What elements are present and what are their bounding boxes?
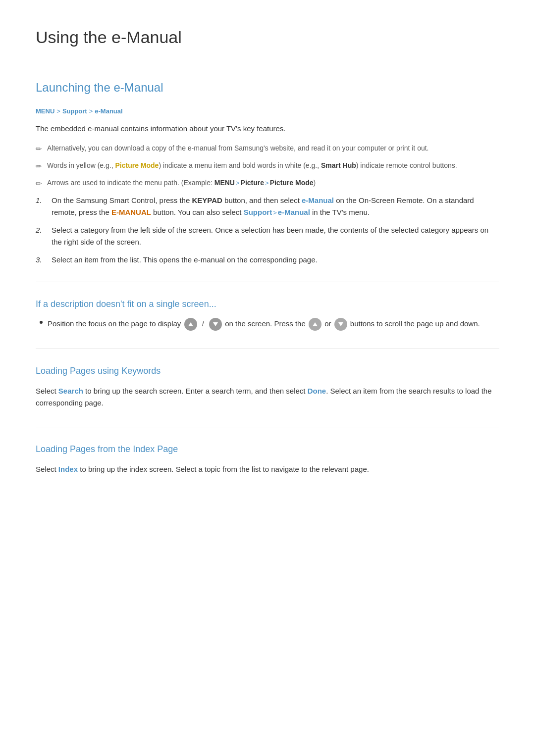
step-2-num: 2.	[36, 224, 46, 236]
step-3: 3. Select an item from the list. This op…	[36, 254, 499, 266]
step-2: 2. Select a category from the left side …	[36, 224, 499, 248]
section-title-launching: Launching the e-Manual	[36, 78, 499, 97]
page-title: Using the e-Manual	[36, 24, 499, 54]
step1-emanual: e-Manual	[302, 196, 334, 204]
breadcrumb-emanual: e-Manual	[95, 106, 122, 117]
keywords-text: Select Search to bring up the search scr…	[36, 385, 499, 409]
step-1-num: 1.	[36, 195, 46, 206]
step-3-text: Select an item from the list. This opens…	[52, 254, 499, 266]
note-list: Alternatively, you can download a copy o…	[36, 143, 499, 190]
intro-text: The embedded e-manual contains informati…	[36, 123, 499, 135]
svg-marker-1	[213, 322, 218, 326]
section-title-keywords: Loading Pages using Keywords	[36, 364, 499, 378]
index-link: Index	[58, 465, 78, 473]
keywords-mid: to bring up the search screen. Enter a s…	[83, 387, 308, 395]
breadcrumb-sep-1: >	[56, 106, 60, 117]
section-title-scroll: If a description doesn't fit on a single…	[36, 297, 499, 311]
index-after: to bring up the index screen. Select a t…	[78, 465, 369, 473]
step-1-text: On the Samsung Smart Control, press the …	[52, 195, 499, 218]
step1-emanual2: e-Manual	[278, 208, 310, 216]
divider-1	[36, 282, 499, 282]
page-arrow-up-icon	[184, 318, 197, 331]
note2-after: ) indicate remote control buttons.	[356, 161, 457, 169]
note-text-1: Alternatively, you can download a copy o…	[47, 143, 499, 153]
section-index: Loading Pages from the Index Page Select…	[36, 442, 499, 475]
section-scroll: If a description doesn't fit on a single…	[36, 297, 499, 331]
note2-highlight1: Picture Mode	[115, 161, 159, 169]
svg-marker-0	[188, 322, 193, 326]
breadcrumb-support: Support	[62, 106, 87, 117]
note3-picturemode: Picture Mode	[270, 179, 314, 187]
btn-up-icon	[309, 318, 321, 331]
note-item-3: Arrows are used to indicate the menu pat…	[36, 177, 499, 190]
step1-chevron: >	[273, 208, 277, 218]
step-3-num: 3.	[36, 254, 46, 266]
numbered-steps: 1. On the Samsung Smart Control, press t…	[36, 195, 499, 266]
note3-after: )	[314, 179, 316, 187]
note3-menu: MENU	[214, 179, 235, 187]
note2-highlight2: Smart Hub	[321, 161, 356, 169]
section-keywords: Loading Pages using Keywords Select Sear…	[36, 364, 499, 409]
step1-emanual-btn: E-MANUAL	[111, 208, 151, 216]
note2-mid: ) indicate a menu item and bold words in…	[159, 161, 321, 169]
note2-before: Words in yellow (e.g.,	[47, 161, 115, 169]
keywords-done: Done	[308, 387, 326, 395]
note3-picture: Picture	[241, 179, 264, 187]
step-1: 1. On the Samsung Smart Control, press t…	[36, 195, 499, 218]
note-text-3: Arrows are used to indicate the menu pat…	[47, 177, 499, 189]
step1-keypad: KEYPAD	[192, 196, 222, 204]
breadcrumb-menu: MENU	[36, 106, 54, 117]
page-arrow-down-icon	[209, 318, 222, 331]
svg-marker-2	[313, 322, 318, 326]
svg-marker-3	[338, 322, 343, 326]
keywords-search: Search	[58, 387, 83, 395]
note3-before: Arrows are used to indicate the menu pat…	[47, 179, 214, 187]
keywords-before: Select	[36, 387, 58, 395]
index-text: Select Index to bring up the index scree…	[36, 463, 499, 475]
section-launching: Launching the e-Manual MENU > Support > …	[36, 78, 499, 265]
note-item-1: Alternatively, you can download a copy o…	[36, 143, 499, 155]
divider-3	[36, 427, 499, 427]
divider-2	[36, 349, 499, 349]
pen-icon-2	[36, 160, 42, 172]
pen-icon-1	[36, 143, 42, 155]
scroll-bullet-item: Position the focus on the page to displa…	[40, 318, 499, 331]
or-label: or	[324, 319, 331, 328]
section-title-index: Loading Pages from the Index Page	[36, 442, 499, 456]
slash-sep: /	[202, 319, 204, 328]
note-item-2: Words in yellow (e.g., Picture Mode) ind…	[36, 160, 499, 172]
scroll-bullets: Position the focus on the page to displa…	[40, 318, 499, 331]
breadcrumb-sep-2: >	[89, 106, 93, 117]
note-text-2: Words in yellow (e.g., Picture Mode) ind…	[47, 160, 499, 171]
step-2-text: Select a category from the left side of …	[52, 224, 499, 248]
note3-chevron1: >	[236, 178, 240, 189]
scroll-text: Position the focus on the page to displa…	[48, 318, 480, 331]
step1-support: Support	[244, 208, 272, 216]
pen-icon-3	[36, 178, 42, 190]
note3-chevron2: >	[265, 178, 269, 189]
btn-down-icon	[334, 318, 347, 331]
breadcrumb: MENU > Support > e-Manual	[36, 106, 499, 117]
index-before: Select	[36, 465, 58, 473]
bullet-dot	[40, 321, 43, 324]
